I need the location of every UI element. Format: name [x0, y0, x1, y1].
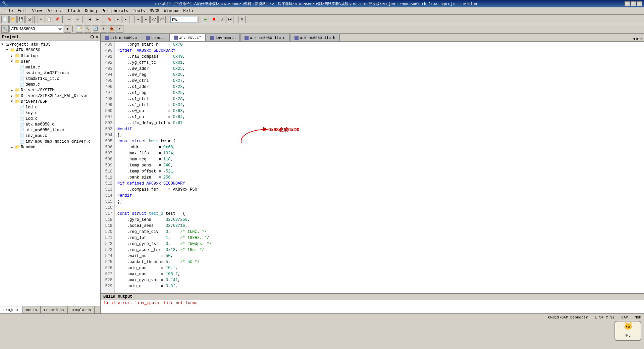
tree-item[interactable]: 📄 stm32f1xx_it.c: [0, 76, 100, 82]
line-number: 496: [103, 84, 112, 90]
tree-item[interactable]: 📄 system_stm32f1xx.c: [0, 70, 100, 76]
flash-button[interactable]: ⚡: [116, 25, 123, 33]
line-number: 511: [103, 174, 112, 181]
minimize-button[interactable]: —: [625, 1, 630, 6]
tree-expand-icon[interactable]: ▶: [11, 145, 15, 149]
editor-tab-atk-ms6050-c[interactable]: atk_ms6050.c: [101, 34, 141, 41]
build-button[interactable]: 🔨: [84, 25, 91, 33]
download-button[interactable]: ⬇: [100, 25, 107, 33]
code-content[interactable]: .prgm_start_h = 0x70#ifdef AK89xx_SECOND…: [115, 42, 644, 293]
nav-back-button[interactable]: ◀: [86, 16, 93, 23]
tree-item[interactable]: ▼📁 ATK-MS6050: [0, 47, 100, 53]
new-file-button[interactable]: 📄: [1, 16, 9, 23]
code-line: const struct test_s test = {: [117, 211, 641, 217]
menu-item-help[interactable]: Help: [181, 8, 195, 14]
tab-right-btn[interactable]: ▶: [637, 36, 639, 41]
menu-item-svcs[interactable]: SVCS: [148, 8, 161, 14]
editor-tab-inv-mpu-c-[interactable]: inv_mpu.c*: [169, 34, 206, 41]
rebuild-button[interactable]: 🔄: [92, 25, 99, 33]
tree-expand-icon[interactable]: ▶: [11, 54, 15, 58]
tree-item[interactable]: 📄 led.c: [0, 104, 100, 110]
editor-tab-inv-mpu-h[interactable]: inv_mpu.h: [206, 34, 240, 41]
menu-item-project[interactable]: Project: [44, 8, 65, 14]
undo-button[interactable]: ↩: [66, 16, 73, 23]
project-tab-functions[interactable]: Functions: [41, 306, 67, 313]
uncomment-button[interactable]: /*: [158, 16, 166, 23]
tree-expand-icon[interactable]: ▼: [6, 48, 10, 52]
line-number: 529: [103, 283, 112, 289]
tree-item[interactable]: 📄 lcd.c: [0, 116, 100, 121]
menu-item-debug[interactable]: Debug: [83, 8, 99, 14]
close-button[interactable]: ✕: [637, 1, 642, 6]
tree-item[interactable]: ▶📁 Startup: [0, 53, 100, 59]
tree-expand-icon[interactable]: ▶: [11, 94, 15, 98]
target-settings-button[interactable]: 🔧: [1, 25, 9, 33]
bookmark-button[interactable]: 🔖: [106, 16, 113, 23]
tree-item[interactable]: ▼📁 User: [0, 59, 100, 64]
menu-item-window[interactable]: Window: [162, 8, 180, 14]
tree-item[interactable]: ▼🗂 Project: atk_f103: [0, 42, 100, 47]
translate-button[interactable]: 📝: [76, 25, 83, 33]
unindent-button[interactable]: ⇤: [142, 16, 150, 23]
bookmark-next-button[interactable]: ▸: [122, 16, 129, 23]
menu-item-edit[interactable]: Edit: [16, 8, 30, 14]
tree-expand-icon[interactable]: ▼: [11, 60, 15, 63]
open-button[interactable]: 📂: [9, 16, 17, 23]
tree-item-label: inv_mpu_dmp_motion_driver.c: [25, 139, 91, 144]
tree-item[interactable]: 📄 key.c: [0, 110, 100, 116]
debug-reset-button[interactable]: ↺: [218, 16, 225, 23]
save-button[interactable]: 💾: [17, 16, 25, 23]
paste-button[interactable]: 📌: [54, 16, 61, 23]
menu-item-file[interactable]: File: [1, 8, 15, 14]
indent-button[interactable]: ⇥: [134, 16, 142, 23]
comment-button[interactable]: //: [150, 16, 158, 23]
project-tab-books[interactable]: Books: [22, 306, 41, 313]
tree-item[interactable]: 📄 inv_mpu.c: [0, 133, 100, 139]
tree-item[interactable]: 📄 demo.c: [0, 82, 100, 87]
target-dropdown[interactable]: ATK-MS6050: [9, 26, 63, 32]
redo-button[interactable]: ↪: [74, 16, 81, 23]
project-tab-project[interactable]: Project: [0, 306, 22, 313]
maximize-button[interactable]: □: [631, 1, 636, 6]
tree-expand-icon[interactable]: ▶: [11, 88, 15, 92]
build-output-content: fatal error: 'inv_mpu.h' file not found: [101, 300, 644, 313]
search-input[interactable]: [170, 16, 197, 23]
tree-item[interactable]: ▶📁 Drivers/SYSTEM: [0, 87, 100, 93]
project-tab-templates[interactable]: Templates: [68, 306, 95, 313]
tree-item[interactable]: ▶📁 Readme: [0, 144, 100, 150]
line-numbers: 4894904914924934944954964974984995005015…: [101, 42, 115, 293]
target-options-button[interactable]: ▼: [64, 25, 71, 33]
debug-run-button[interactable]: ▶: [202, 16, 209, 23]
bookmark-prev-button[interactable]: ◂: [114, 16, 121, 23]
project-tree-scroll[interactable]: ▼🗂 Project: atk_f103▼📁 ATK-MS6050▶📁 Star…: [0, 41, 100, 306]
tree-item[interactable]: ▼📁 Drivers/BSP: [0, 99, 100, 104]
nav-fwd-button[interactable]: ▶: [94, 16, 101, 23]
tree-expand-icon[interactable]: ▼: [11, 100, 15, 103]
tree-item[interactable]: 📄 inv_mpu_dmp_motion_driver.c: [0, 139, 100, 144]
tree-item[interactable]: 📄 atk_ms6050.c: [0, 121, 100, 127]
code-line: ..s4_ctrl = 0x34,: [117, 102, 641, 108]
line-number: 499: [103, 102, 112, 108]
tab-close-btn[interactable]: ✕: [640, 36, 643, 41]
editor-tab-demo-c[interactable]: demo.c: [142, 34, 169, 41]
save-all-button[interactable]: 🖫: [25, 16, 33, 23]
download2-button[interactable]: 📥: [108, 25, 115, 33]
menu-item-view[interactable]: View: [30, 8, 44, 14]
options-button[interactable]: ⚙: [238, 16, 246, 23]
tree-item[interactable]: 📄 atk_ms6050_iic.c: [0, 127, 100, 133]
code-line: ..s0_do = 0x63,: [117, 108, 641, 114]
tree-item[interactable]: ▶📁 Drivers/STM32F1xx_HAL_Driver: [0, 93, 100, 99]
tab-left-btn[interactable]: ◀: [633, 36, 635, 41]
tree-item[interactable]: 📄 main.c: [0, 64, 100, 70]
cut-button[interactable]: ✂: [38, 16, 45, 23]
copy-button[interactable]: 📋: [46, 16, 53, 23]
menu-item-peripherals[interactable]: Peripherals: [100, 8, 130, 14]
debug-stop-button[interactable]: ⏹: [210, 16, 217, 23]
menu-item-flash[interactable]: Flash: [66, 8, 82, 14]
editor-tab-atk-ms6050-iic-h[interactable]: atk_ms6050_iic.h: [290, 34, 340, 41]
code-editor[interactable]: 4894904914924934944954964974984995005015…: [101, 42, 644, 293]
tree-expand-icon[interactable]: ▼: [1, 43, 5, 46]
menu-item-tools[interactable]: Tools: [131, 8, 147, 14]
editor-tab-atk-ms6050-iic-c[interactable]: atk_ms6050_iic.c: [240, 34, 290, 41]
debug-step-button[interactable]: ⏭: [226, 16, 233, 23]
